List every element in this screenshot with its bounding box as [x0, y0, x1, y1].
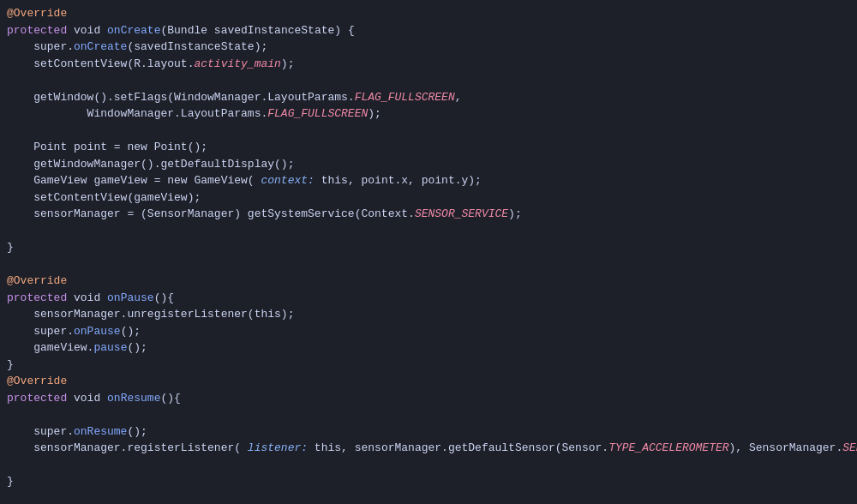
code-line: super.onCreate(savedInstanceState); — [0, 39, 857, 56]
code-token: @Override — [7, 273, 67, 290]
code-token: SENSOR_DELAY_GAME — [842, 440, 857, 457]
code-token: ); — [508, 206, 522, 223]
code-token: onCreate — [107, 22, 160, 39]
code-line: Point point = new Point(); — [0, 139, 857, 156]
code-line — [0, 72, 857, 89]
code-token: (){ — [154, 290, 174, 307]
code-line: super.onResume(); — [0, 423, 857, 441]
code-token: @Override — [7, 373, 67, 390]
code-token: ); — [281, 56, 295, 73]
code-token: super. — [7, 323, 74, 340]
code-token: ), SensorManager. — [729, 440, 843, 457]
code-token: @Override — [7, 5, 67, 22]
code-token: ); — [368, 105, 381, 123]
code-token: onResume — [107, 390, 160, 407]
code-token: void — [67, 22, 107, 39]
code-line — [0, 406, 857, 423]
code-line: } — [0, 357, 857, 374]
code-token: this, sensorManager.getDefaultSensor(Sen… — [308, 440, 608, 457]
code-line — [0, 457, 857, 474]
code-token: SENSOR_SERVICE — [415, 206, 508, 223]
code-token: onPause — [74, 323, 121, 340]
code-token: listener: — [241, 440, 308, 457]
code-line — [0, 256, 857, 273]
code-token: void — [67, 390, 107, 407]
code-token: sensorManager.unregisterListener(this); — [7, 306, 294, 323]
code-line: getWindow().setFlags(WindowManager.Layou… — [0, 89, 857, 106]
code-line: } — [0, 473, 857, 490]
code-line: } — [0, 239, 857, 256]
code-token: (Bundle savedInstanceState) { — [160, 22, 354, 39]
code-line: sensorManager.registerListener( listener… — [0, 440, 857, 457]
code-token: WindowManager.LayoutParams. — [7, 105, 267, 123]
code-editor: @Overrideprotected void onCreate(Bundle … — [0, 0, 857, 504]
code-token: protected — [7, 290, 67, 307]
code-token: super. — [7, 39, 74, 56]
code-token: (savedInstanceState); — [127, 39, 267, 56]
code-token: getWindowManager().getDefaultDisplay(); — [7, 156, 294, 173]
code-token: } — [7, 357, 14, 374]
code-token: setContentView(R.layout. — [7, 56, 194, 73]
code-token: FLAG_FULLSCREEN — [355, 89, 455, 106]
code-token: (){ — [160, 390, 180, 407]
code-token: GameView gameView = new GameView( — [7, 172, 255, 189]
code-line: @Override — [0, 273, 857, 290]
code-line: protected void onCreate(Bundle savedInst… — [0, 22, 857, 39]
code-token: (); — [127, 339, 147, 357]
code-line: @Override — [0, 373, 857, 390]
code-token: pause — [93, 339, 127, 357]
code-line: sensorManager.unregisterListener(this); — [0, 306, 857, 323]
code-token: FLAG_FULLSCREEN — [267, 105, 368, 123]
code-line: protected void onResume(){ — [0, 390, 857, 407]
code-token: TYPE_ACCELEROMETER — [608, 440, 728, 457]
code-line: sensorManager = (SensorManager) getSyste… — [0, 206, 857, 223]
code-token: (); — [127, 423, 147, 441]
code-lines: @Overrideprotected void onCreate(Bundle … — [0, 5, 857, 490]
code-token: onCreate — [74, 39, 127, 56]
code-line: setContentView(gameView); — [0, 189, 857, 207]
code-token: this, point.x, point.y); — [315, 172, 482, 189]
code-token: sensorManager = (SensorManager) getSyste… — [7, 206, 415, 223]
code-token: gameView. — [7, 339, 93, 357]
code-token: super. — [7, 423, 74, 441]
code-line: super.onPause(); — [0, 323, 857, 340]
code-line: GameView gameView = new GameView( contex… — [0, 172, 857, 189]
code-token: onResume — [74, 423, 127, 441]
code-token: getWindow().setFlags(WindowManager.Layou… — [7, 89, 355, 106]
code-token: protected — [7, 22, 67, 39]
code-line: protected void onPause(){ — [0, 290, 857, 307]
code-line: getWindowManager().getDefaultDisplay(); — [0, 156, 857, 173]
code-line: @Override — [0, 5, 857, 22]
code-token: } — [7, 473, 14, 490]
code-token: context: — [255, 172, 315, 189]
code-token: activity_main — [194, 56, 280, 73]
code-line: WindowManager.LayoutParams.FLAG_FULLSCRE… — [0, 105, 857, 123]
code-token: onPause — [107, 290, 154, 307]
code-token: protected — [7, 390, 67, 407]
code-token: , — [455, 89, 462, 106]
code-token: void — [67, 290, 107, 307]
code-token: (); — [121, 323, 141, 340]
code-line: setContentView(R.layout.activity_main); — [0, 56, 857, 73]
code-token: sensorManager.registerListener( — [7, 440, 241, 457]
code-token: Point point = new Point(); — [7, 139, 207, 156]
code-line — [0, 223, 857, 240]
code-token: setContentView(gameView); — [7, 189, 201, 207]
code-line: gameView.pause(); — [0, 339, 857, 357]
code-line — [0, 123, 857, 140]
code-token: } — [7, 239, 14, 256]
